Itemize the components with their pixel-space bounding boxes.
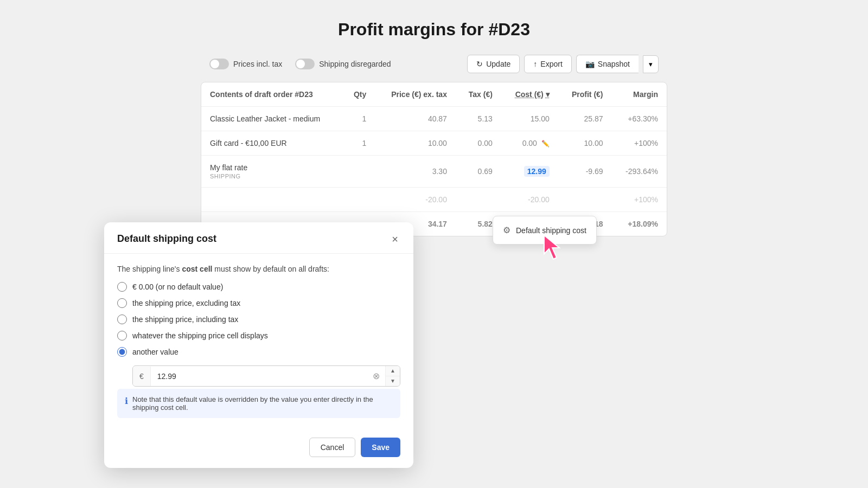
row-tax: 5.13 — [456, 107, 501, 131]
modal-title: Default shipping cost — [117, 233, 216, 245]
product-name: My flat rate — [210, 163, 247, 172]
prices-toggle-label: Prices incl. tax — [233, 60, 282, 68]
table-row: Classic Leather Jacket - medium 1 40.87 … — [201, 107, 667, 131]
product-name: Gift card - €10,00 EUR — [210, 139, 287, 147]
save-button[interactable]: Save — [361, 438, 400, 457]
product-name: Classic Leather Jacket - medium — [210, 114, 320, 123]
row-tax: 0.00 — [456, 131, 501, 156]
col-header-profit: Profit (€) — [558, 82, 612, 107]
modal-header: Default shipping cost × — [104, 222, 413, 254]
export-button[interactable]: ↑ Export — [524, 55, 571, 73]
toolbar: Prices incl. tax Shipping disregarded ↻ … — [201, 55, 667, 82]
context-menu: ⚙ Default shipping cost — [493, 216, 597, 245]
row-margin: +18.09% — [612, 212, 667, 236]
main-table: Contents of draft order #D23 Qty Price (… — [201, 82, 667, 236]
clear-input-icon[interactable]: ⊗ — [367, 367, 385, 386]
sort-icon: ▾ — [546, 90, 550, 99]
row-cost: -20.00 — [501, 188, 558, 212]
row-margin: -293.64% — [612, 156, 667, 188]
radio-input-0[interactable] — [117, 282, 127, 292]
radio-input-4[interactable] — [117, 347, 127, 357]
row-profit: -9.69 — [558, 156, 612, 188]
default-shipping-cost-modal: Default shipping cost × The shipping lin… — [104, 222, 413, 468]
snapshot-caret-button[interactable]: ▾ — [643, 55, 659, 73]
modal-desc-bold: cost cell — [182, 265, 212, 273]
col-header-cost[interactable]: Cost (€) ▾ — [501, 82, 558, 107]
export-label: Export — [540, 60, 562, 68]
col-header-name: Contents of draft order #D23 — [201, 82, 342, 107]
table-row: My flat rate SHIPPING 3.30 0.69 12.99 -9… — [201, 156, 667, 188]
edit-icon[interactable]: ✏️ — [541, 140, 550, 147]
cost-header-sortable[interactable]: Cost (€) ▾ — [515, 90, 550, 99]
modal-footer: Cancel Save — [104, 429, 413, 468]
radio-option-4[interactable]: another value — [117, 347, 400, 357]
row-name: My flat rate SHIPPING — [201, 156, 342, 188]
radio-label-4: another value — [132, 348, 178, 356]
page-title: Profit margins for #D23 — [0, 0, 868, 55]
col-header-tax: Tax (€) — [456, 82, 501, 107]
row-price: -20.00 — [375, 188, 456, 212]
shipping-label: SHIPPING — [210, 173, 333, 179]
table-row: -20.00 -20.00 +100% — [201, 188, 667, 212]
value-input-row: € ⊗ ▲ ▼ — [132, 365, 400, 387]
radio-label-0: € 0.00 (or no default value) — [132, 282, 223, 291]
radio-input-2[interactable] — [117, 314, 127, 324]
row-price: 10.00 — [375, 131, 456, 156]
cost-value: 0.00 — [522, 139, 537, 147]
value-input[interactable] — [151, 367, 367, 386]
cost-header-label: Cost (€) — [515, 90, 544, 99]
input-stepper: ▲ ▼ — [385, 366, 400, 386]
info-text: Note that this default value is overridd… — [132, 395, 393, 412]
snapshot-label: Snapshot — [598, 60, 630, 68]
row-qty: 1 — [342, 131, 375, 156]
modal-desc-suffix: must show by default on all drafts: — [212, 265, 329, 273]
row-margin: +100% — [612, 131, 667, 156]
radio-option-2[interactable]: the shipping price, including tax — [117, 314, 400, 324]
radio-option-3[interactable]: whatever the shipping price cell display… — [117, 331, 400, 341]
col-header-price: Price (€) ex. tax — [375, 82, 456, 107]
default-shipping-cost-menu-item[interactable]: ⚙ Default shipping cost — [493, 220, 596, 241]
prices-toggle[interactable] — [209, 59, 229, 69]
radio-option-0[interactable]: € 0.00 (or no default value) — [117, 282, 400, 292]
col-header-qty: Qty — [342, 82, 375, 107]
info-box: ℹ Note that this default value is overri… — [117, 389, 400, 418]
row-qty — [342, 188, 375, 212]
cancel-button[interactable]: Cancel — [309, 438, 356, 457]
highlighted-cost-value: 12.99 — [524, 166, 550, 177]
modal-body: The shipping line's cost cell must show … — [104, 254, 413, 429]
shipping-toggle-label: Shipping disregarded — [319, 60, 391, 68]
radio-label-3: whatever the shipping price cell display… — [132, 331, 268, 340]
profit-table: Contents of draft order #D23 Qty Price (… — [201, 82, 667, 236]
snapshot-button[interactable]: 📷 Snapshot — [576, 55, 639, 73]
radio-label-1: the shipping price, excluding tax — [132, 299, 240, 307]
radio-group: € 0.00 (or no default value) the shippin… — [117, 282, 400, 357]
stepper-up-button[interactable]: ▲ — [386, 366, 400, 376]
col-header-margin: Margin — [612, 82, 667, 107]
row-margin: +100% — [612, 188, 667, 212]
info-icon: ℹ — [125, 396, 128, 406]
update-icon: ↻ — [476, 60, 483, 68]
row-cost: 15.00 — [501, 107, 558, 131]
toolbar-right: ↻ Update ↑ Export 📷 Snapshot ▾ — [467, 55, 659, 73]
radio-label-2: the shipping price, including tax — [132, 315, 238, 324]
row-profit — [558, 188, 612, 212]
modal-close-button[interactable]: × — [390, 234, 400, 245]
toolbar-left: Prices incl. tax Shipping disregarded — [209, 59, 391, 69]
shipping-toggle[interactable] — [295, 59, 315, 69]
row-name: Gift card - €10,00 EUR — [201, 131, 342, 156]
camera-icon: 📷 — [585, 60, 595, 68]
row-price: 3.30 — [375, 156, 456, 188]
stepper-down-button[interactable]: ▼ — [386, 376, 400, 386]
table-row: Gift card - €10,00 EUR 1 10.00 0.00 0.00… — [201, 131, 667, 156]
radio-input-3[interactable] — [117, 331, 127, 341]
radio-option-1[interactable]: the shipping price, excluding tax — [117, 298, 400, 308]
row-tax — [456, 188, 501, 212]
update-button[interactable]: ↻ Update — [467, 55, 520, 73]
menu-item-label: Default shipping cost — [516, 226, 586, 235]
radio-input-1[interactable] — [117, 298, 127, 308]
shipping-toggle-group: Shipping disregarded — [295, 59, 391, 69]
row-price: 40.87 — [375, 107, 456, 131]
row-tax: 0.69 — [456, 156, 501, 188]
prices-toggle-group: Prices incl. tax — [209, 59, 282, 69]
input-prefix: € — [133, 367, 151, 386]
